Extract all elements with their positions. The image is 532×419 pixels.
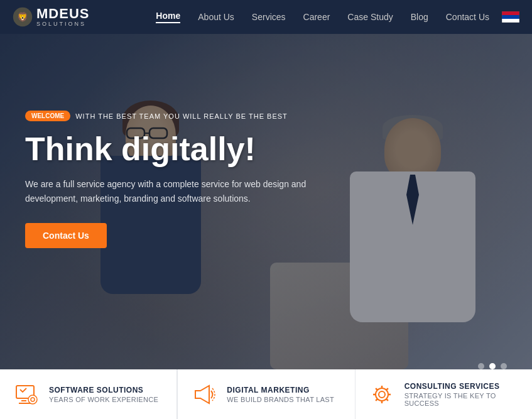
svg-line-22 xyxy=(376,388,377,390)
slide-dot-1[interactable] xyxy=(478,363,484,369)
nav-blog[interactable]: Blog xyxy=(411,12,428,22)
card-marketing-text: DIGITAL MARKETING WE BUILD BRANDS THAT L… xyxy=(227,386,334,403)
svg-text:🦁: 🦁 xyxy=(17,11,28,23)
hero-content: WELCOME WITH THE BEST TEAM YOU WILL REAL… xyxy=(13,109,352,248)
contact-us-button[interactable]: Contact Us xyxy=(25,223,107,248)
card-software[interactable]: SOFTWARE SOLUTIONS YEARS OF WORK EXPERIE… xyxy=(0,369,177,419)
card-software-subtitle: YEARS OF WORK EXPERIENCE xyxy=(49,396,158,403)
card-consulting-title: CONSULTING SERVICES xyxy=(404,382,519,391)
nav-contact[interactable]: Contact Us xyxy=(446,12,489,22)
logo-subtitle: SOLUTIONS xyxy=(36,21,89,27)
welcome-badge: WELCOME WITH THE BEST TEAM YOU WILL REAL… xyxy=(25,111,288,121)
flag-icon[interactable] xyxy=(502,11,519,23)
card-software-title: SOFTWARE SOLUTIONS xyxy=(49,386,158,395)
nav-services[interactable]: Services xyxy=(252,12,286,22)
slide-indicator xyxy=(478,363,507,369)
logo[interactable]: 🦁 MDEUS SOLUTIONS xyxy=(13,7,100,27)
card-consulting-subtitle: STRATEGY IS THE KEY TO SUCCESS xyxy=(404,392,519,407)
hero-section: WELCOME WITH THE BEST TEAM YOU WILL REAL… xyxy=(0,34,532,419)
nav-case-study[interactable]: Case Study xyxy=(347,12,393,22)
svg-rect-3 xyxy=(502,15,519,19)
card-consulting-text: CONSULTING SERVICES STRATEGY IS THE KEY … xyxy=(404,382,519,407)
svg-point-12 xyxy=(28,395,37,404)
slide-dot-3[interactable] xyxy=(501,363,507,369)
logo-text: MDEUS SOLUTIONS xyxy=(36,7,89,27)
computer-icon xyxy=(13,381,40,408)
nav-links: Home About Us Services Career Case Study… xyxy=(156,11,489,23)
logo-lion-icon: 🦁 xyxy=(13,7,33,27)
svg-rect-4 xyxy=(502,19,519,23)
nav-career[interactable]: Career xyxy=(303,12,330,22)
nav-about[interactable]: About Us xyxy=(198,12,234,22)
svg-point-16 xyxy=(376,388,388,401)
card-marketing[interactable]: DIGITAL MARKETING WE BUILD BRANDS THAT L… xyxy=(177,369,355,419)
card-software-text: SOFTWARE SOLUTIONS YEARS OF WORK EXPERIE… xyxy=(49,386,158,403)
logo-title: MDEUS xyxy=(36,7,89,21)
navbar: 🦁 MDEUS SOLUTIONS Home About Us Services… xyxy=(0,0,532,34)
slide-dot-2[interactable] xyxy=(489,363,496,369)
gear-icon xyxy=(368,381,396,408)
welcome-text: WITH THE BEST TEAM YOU WILL REALLY BE TH… xyxy=(75,112,288,120)
megaphone-icon xyxy=(190,381,218,408)
svg-line-24 xyxy=(386,388,388,390)
svg-line-25 xyxy=(376,399,377,401)
svg-point-17 xyxy=(379,391,385,398)
svg-marker-14 xyxy=(195,386,209,403)
hero-title: Think digitally! xyxy=(25,131,339,167)
nav-home[interactable]: Home xyxy=(156,11,180,23)
hero-description: We are a full service agency with a comp… xyxy=(25,177,327,205)
card-marketing-subtitle: WE BUILD BRANDS THAT LAST xyxy=(227,396,334,403)
svg-rect-2 xyxy=(502,11,519,15)
bottom-cards: SOFTWARE SOLUTIONS YEARS OF WORK EXPERIE… xyxy=(0,369,532,419)
welcome-tag: WELCOME xyxy=(25,111,70,121)
card-marketing-title: DIGITAL MARKETING xyxy=(227,386,334,395)
card-consulting[interactable]: CONSULTING SERVICES STRATEGY IS THE KEY … xyxy=(356,369,532,419)
svg-line-23 xyxy=(386,399,388,401)
